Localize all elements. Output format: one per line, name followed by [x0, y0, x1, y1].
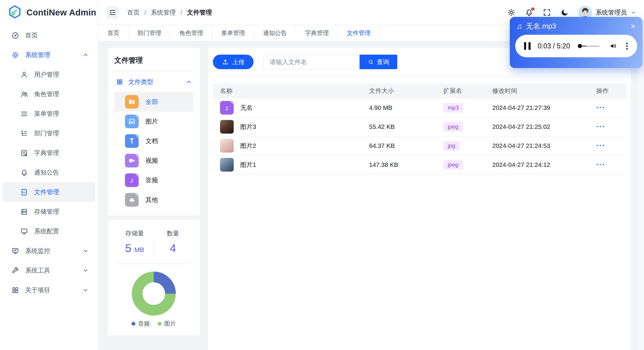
sidebar-item-menu-management[interactable]: 菜单管理	[3, 104, 95, 123]
chevron-up-icon[interactable]	[186, 79, 192, 85]
tree-item-label: 视频	[145, 156, 158, 165]
breadcrumb-system[interactable]: 系统管理	[151, 8, 176, 17]
sidebar-item-label: 首页	[25, 31, 38, 39]
sidebar-item-system-monitor[interactable]: 系统监控	[3, 241, 95, 261]
pause-button[interactable]	[524, 42, 531, 50]
audio-title: 无名.mp3	[526, 21, 556, 31]
sidebar-item-storage-management[interactable]: 存储管理	[3, 202, 95, 221]
sidebar-item-label: 通知公告	[34, 168, 59, 177]
sidebar-item-label: 菜单管理	[34, 110, 59, 118]
users-icon	[20, 90, 28, 98]
notification-dot	[531, 7, 534, 11]
sidebar-collapse-button[interactable]	[106, 6, 119, 19]
sidebar-item-user-management[interactable]: 用户管理	[3, 65, 95, 84]
tab-notice[interactable]: 通知公告	[254, 25, 296, 41]
tree-item-audio[interactable]: ♪ 音频	[114, 170, 193, 190]
folder-orange-icon	[125, 95, 139, 109]
user-name: 系统管理员	[596, 8, 627, 17]
grid-small-icon	[116, 78, 123, 85]
sidebar-item-department-management[interactable]: 部门管理	[3, 123, 95, 143]
tab-menu[interactable]: 菜单管理	[212, 25, 254, 41]
row-actions-button[interactable]: ···	[596, 122, 605, 131]
row-actions-button[interactable]: ···	[596, 103, 605, 112]
notification-bell-icon[interactable]	[525, 8, 533, 17]
chevron-up-icon	[82, 52, 89, 58]
table-row: 图片2 64.37 KB jpg 2024-04-27 21:24:53 ···	[213, 136, 626, 155]
content-area: 文件管理 文件类型 全部 图片	[99, 41, 644, 350]
divider	[154, 239, 154, 255]
sidebar-item-dictionary-management[interactable]: 字典管理	[3, 143, 95, 163]
volume-icon[interactable]	[610, 42, 617, 50]
sidebar-item-label: 字典管理	[34, 149, 59, 157]
sidebar-item-label: 关于项目	[25, 286, 50, 294]
sidebar-item-label: 系统配置	[34, 227, 59, 235]
overflow-menu-icon[interactable]	[626, 43, 628, 50]
breadcrumb-home[interactable]: 首页	[127, 8, 140, 17]
legend-dot-green	[158, 322, 162, 326]
audio-player-popup: ♫ 无名.mp3 × 0:03 / 5:20	[510, 17, 643, 68]
file-video-icon	[125, 154, 139, 167]
sidebar: ContiNew Admin 首页 系统管理 用户管理 角色管理	[0, 0, 99, 350]
col-ops: 操作	[589, 83, 626, 98]
menu-lines-icon	[20, 110, 28, 118]
table-header-row: 名称 文件大小 扩展名 修改时间 操作	[213, 83, 626, 98]
tab-role[interactable]: 角色管理	[170, 25, 212, 41]
app-window: ContiNew Admin 首页 系统管理 用户管理 角色管理	[0, 0, 644, 350]
tree-item-other[interactable]: 其他	[114, 190, 193, 210]
file-type-section-header[interactable]: 文件类型	[114, 78, 193, 86]
ext-badge: jpg	[443, 141, 460, 151]
close-icon[interactable]: ×	[631, 22, 635, 30]
wrench-icon	[11, 267, 19, 275]
slider-thumb[interactable]	[578, 44, 582, 48]
sidebar-item-system-management[interactable]: 系统管理	[3, 45, 95, 65]
dark-mode-moon-icon[interactable]	[561, 8, 569, 17]
col-time: 修改时间	[485, 83, 589, 98]
tree-item-document[interactable]: T 文档	[114, 131, 193, 151]
tab-dictionary[interactable]: 字典管理	[296, 25, 338, 41]
file-type-panel: 文件管理 文件类型 全部 图片	[108, 48, 200, 350]
sidebar-item-home[interactable]: 首页	[3, 26, 95, 45]
stat-count-label: 数量	[154, 229, 192, 237]
sidebar-item-file-management[interactable]: 文件管理	[3, 182, 95, 202]
tab-file-management[interactable]: 文件管理	[338, 25, 380, 41]
tree-item-all[interactable]: 全部	[114, 92, 193, 112]
file-icon	[20, 188, 28, 196]
tab-home[interactable]: 首页	[99, 25, 129, 41]
sidebar-nav: 首页 系统管理 用户管理 角色管理 菜单管理 部门管理	[0, 25, 98, 300]
chart-legend: 音频 图片	[132, 320, 176, 328]
query-button[interactable]: 查询	[360, 55, 397, 69]
audio-progress-slider[interactable]	[578, 45, 600, 47]
ext-badge: mp3	[443, 103, 463, 113]
storage-stats: 存储量 5 MB 数量 4	[115, 229, 192, 255]
stat-storage-label: 存储量	[115, 229, 154, 237]
sidebar-item-system-tools[interactable]: 系统工具	[3, 261, 95, 280]
sidebar-item-about-project[interactable]: 关于项目	[3, 280, 95, 300]
file-size: 4.90 MB	[362, 98, 436, 117]
fullscreen-icon[interactable]	[543, 8, 551, 17]
stat-count: 数量 4	[154, 229, 192, 255]
tab-department[interactable]: 部门管理	[129, 25, 170, 41]
chevron-down-icon	[82, 287, 89, 293]
breadcrumb-separator: /	[181, 9, 182, 16]
file-name: 图片3	[240, 123, 256, 131]
row-actions-button[interactable]: ···	[596, 141, 605, 150]
tree-item-label: 其他	[145, 196, 158, 204]
settings-icon[interactable]	[507, 8, 515, 17]
logo-row[interactable]: ContiNew Admin	[0, 0, 98, 25]
sidebar-item-label: 文件管理	[34, 188, 59, 196]
file-size: 55.42 KB	[362, 117, 436, 136]
file-time: 2024-04-27 21:24:53	[485, 136, 589, 155]
audio-player-header: ♫ 无名.mp3 ×	[510, 17, 643, 31]
sidebar-item-system-config[interactable]: 系统配置	[3, 221, 95, 241]
sidebar-item-role-management[interactable]: 角色管理	[3, 84, 95, 104]
search-input[interactable]	[263, 55, 360, 69]
tree-item-image[interactable]: 图片	[114, 112, 193, 131]
row-actions-button[interactable]: ···	[596, 160, 605, 169]
sidebar-item-notice[interactable]: 通知公告	[3, 163, 95, 182]
upload-button[interactable]: 上传	[213, 55, 254, 69]
tree-item-video[interactable]: 视频	[114, 151, 193, 170]
scrollbar[interactable]	[638, 41, 644, 350]
app-logo-icon	[8, 5, 22, 20]
app-title: ContiNew Admin	[26, 8, 96, 18]
breadcrumb: 首页 / 系统管理 / 文件管理	[127, 8, 212, 17]
